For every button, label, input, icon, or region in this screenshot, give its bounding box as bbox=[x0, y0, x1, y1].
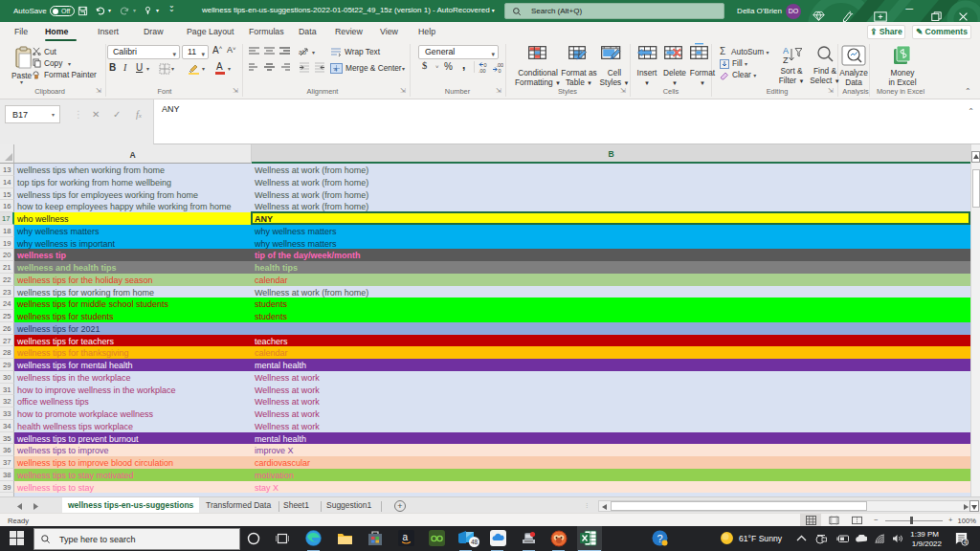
svg-text:Z: Z bbox=[783, 55, 789, 65]
svg-text:4: 4 bbox=[964, 539, 968, 545]
svg-text:A: A bbox=[783, 46, 789, 55]
svg-text:.00: .00 bbox=[479, 68, 486, 74]
svg-text:ab: ab bbox=[299, 49, 306, 55]
svg-text:0: 0 bbox=[499, 68, 501, 74]
svg-text:a: a bbox=[403, 532, 409, 542]
